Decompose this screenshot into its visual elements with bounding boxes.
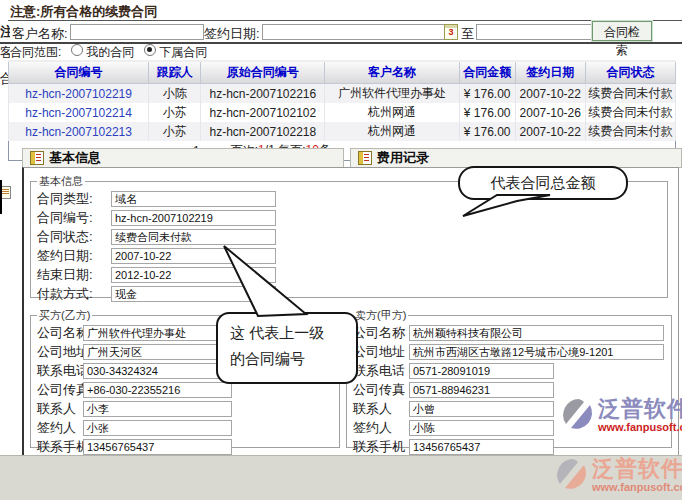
field-input[interactable]: 小曾 — [409, 401, 554, 417]
fanpu-watermark-logo: 泛普软件 www.fanpusoft.com — [556, 458, 682, 493]
table-cell: hz-hcn-2007102102 — [201, 103, 325, 122]
contracts-table: 合同编号跟踪人原始合同编号客户名称合同金额签约日期合同状态 hz-hcn-200… — [8, 60, 676, 161]
form-icon — [30, 151, 44, 165]
fanpu-watermark-text: 泛普软件 — [592, 458, 682, 480]
table-cell: ¥ 176.00 — [459, 84, 515, 104]
contract-number-link[interactable]: hz-hcn-2007102214 — [25, 106, 132, 120]
basic-info-legend: 基本信息 — [37, 174, 85, 189]
tab-fee-records-label: 费用记录 — [377, 149, 429, 167]
field-label: 结束日期: — [37, 266, 111, 284]
field-input[interactable]: 广州天河区 — [83, 344, 232, 360]
column-header[interactable]: 合同金额 — [459, 61, 515, 84]
calendar-icon[interactable]: 3 — [444, 24, 458, 40]
fanpu-logo: 泛普软件 www.fanpusoft.com — [562, 398, 682, 433]
table-cell: ¥ 176.00 — [459, 122, 515, 141]
fanpu-watermark-url: www.fanpusoft.com — [592, 482, 682, 493]
customer-name-label: 客户名称: — [12, 25, 68, 43]
field-label: 联系电话 — [37, 362, 83, 380]
field-input[interactable]: 广州软件代理办事处 — [83, 325, 232, 341]
fanpu-watermark-icon — [556, 458, 590, 492]
table-cell: 续费合同未付款 — [585, 122, 675, 141]
field-input[interactable]: 小陈 — [409, 420, 554, 436]
table-cell: 杭州网通 — [325, 122, 459, 141]
field-input[interactable]: 0571-88946231 — [409, 382, 554, 398]
field-label: 签约人 — [353, 419, 409, 437]
tab-basic-info-label: 基本信息 — [49, 149, 101, 167]
contract-number-link[interactable]: hz-hcn-2007102213 — [25, 125, 132, 139]
page-title: 注意:所有合格的续费合同 — [10, 3, 157, 21]
customer-name-input[interactable] — [70, 24, 204, 40]
field-input[interactable]: 小李 — [83, 401, 232, 417]
column-header[interactable]: 签约日期 — [515, 61, 585, 84]
fanpu-logo-url: www.fanpusoft.com — [598, 422, 682, 433]
window-edge-line — [0, 180, 2, 214]
field-label: 签约人 — [37, 419, 83, 437]
contract-search-button[interactable]: 合同检索 — [592, 21, 652, 41]
tab-basic-info[interactable]: 基本信息 — [22, 148, 344, 168]
divider — [8, 20, 682, 21]
field-input[interactable]: 杭州市西湖区古墩路12号城市心境9-1201 — [409, 344, 664, 360]
field-label: 联系电话 — [353, 362, 409, 380]
table-cell: 小苏 — [149, 103, 201, 122]
field-input[interactable]: 0571-28091019 — [409, 363, 554, 379]
field-label: 公司名称 — [37, 324, 83, 342]
field-label: 签约日期: — [37, 247, 111, 265]
table-cell: 续费合同未付款 — [585, 103, 675, 122]
field-label: 联系人 — [37, 400, 83, 418]
table-cell: hz-hcn-2007102216 — [201, 84, 325, 104]
column-header[interactable]: 原始合同编号 — [201, 61, 325, 84]
field-input[interactable]: +86-030-22355216 — [83, 382, 232, 398]
field-label: 付款方式: — [37, 285, 111, 303]
table-cell: 2007-10-26 — [515, 103, 585, 122]
table-cell: 续费合同未付款 — [585, 84, 675, 104]
field-input[interactable]: hz-hcn-2007102219 — [111, 210, 276, 226]
table-cell: hz-hcn-2007102218 — [201, 122, 325, 141]
field-label: 公司传真 — [353, 381, 409, 399]
clipped-char-notice: 注 — [0, 23, 10, 41]
table-cell: ¥ 176.00 — [459, 103, 515, 122]
table-cell: hz-hcn-2007102213 — [9, 122, 149, 141]
scope-option-label[interactable]: 下属合同 — [159, 45, 207, 59]
field-label: 联系手机 — [37, 438, 83, 456]
table-cell: 杭州网通 — [325, 103, 459, 122]
field-input[interactable]: 小张 — [83, 420, 232, 436]
table-cell: hz-hcn-2007102214 — [9, 103, 149, 122]
scope-radio[interactable] — [71, 44, 83, 56]
fanpu-logo-text: 泛普软件 — [598, 398, 682, 420]
field-label: 公司地址 — [37, 343, 83, 361]
fanpu-logo-icon — [562, 398, 596, 432]
field-label: 合同类型: — [37, 190, 111, 208]
contract-number-link[interactable]: hz-hcn-2007102219 — [25, 87, 132, 101]
field-input[interactable]: 域名 — [111, 191, 276, 207]
field-label: 公司地址 — [353, 343, 409, 361]
date-to-label: 至 — [461, 25, 474, 43]
table-row[interactable]: hz-hcn-2007102213小苏hz-hcn-2007102218杭州网通… — [9, 122, 676, 141]
field-input[interactable]: 13456765437 — [83, 439, 232, 455]
form-icon — [358, 151, 372, 165]
callout-parent-number-pointer — [196, 242, 326, 318]
column-header[interactable]: 合同状态 — [585, 61, 675, 84]
scope-option-label[interactable]: 我的合同 — [86, 45, 134, 59]
column-header[interactable]: 合同编号 — [9, 61, 149, 84]
table-row[interactable]: hz-hcn-2007102219小陈hz-hcn-2007102216广州软件… — [9, 84, 676, 104]
table-cell: 小苏 — [149, 122, 201, 141]
scope-label: 合同范围: — [10, 44, 61, 61]
column-header[interactable]: 跟踪人 — [149, 61, 201, 84]
field-label: 联系手机 — [353, 438, 409, 456]
tab-fee-records[interactable]: 费用记录 — [350, 148, 682, 168]
table-cell: hz-hcn-2007102219 — [9, 84, 149, 104]
field-label: 合同编号: — [37, 209, 111, 227]
seller-legend: 卖方(甲方) — [353, 308, 408, 323]
contract-scope-row: 合同范围: 我的合同下属合同 — [10, 45, 207, 59]
scope-radio[interactable] — [144, 44, 156, 56]
date-from-input[interactable] — [262, 24, 446, 40]
buyer-legend: 买方(乙方) — [37, 308, 92, 323]
field-input[interactable]: 13456765437 — [409, 439, 554, 455]
field-input[interactable]: 杭州颖特科技有限公司 — [409, 325, 664, 341]
table-cell: 广州软件代理办事处 — [325, 84, 459, 104]
field-input[interactable]: 030-34324324 — [83, 363, 232, 379]
table-cell: 小陈 — [149, 84, 201, 104]
table-row[interactable]: hz-hcn-2007102214小苏hz-hcn-2007102102杭州网通… — [9, 103, 676, 122]
column-header[interactable]: 客户名称 — [325, 61, 459, 84]
field-label: 公司名称 — [353, 324, 409, 342]
